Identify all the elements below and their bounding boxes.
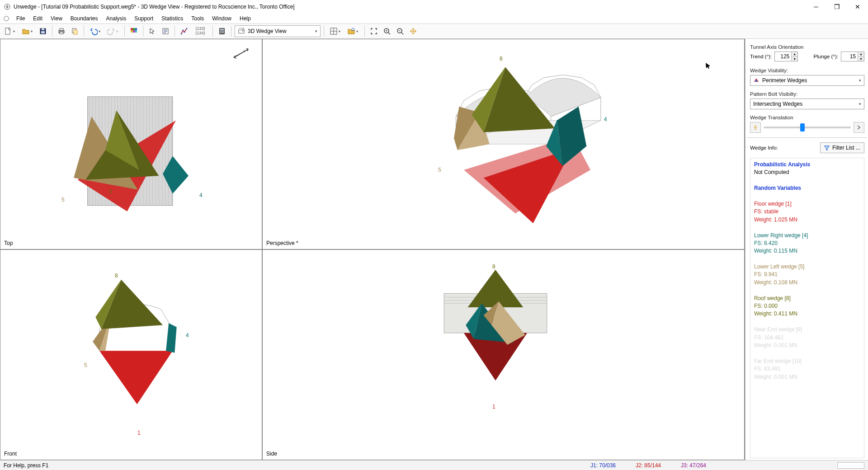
svg-point-21 xyxy=(181,33,182,35)
trend-input[interactable]: ▲▼ xyxy=(774,52,798,61)
cursor-icon xyxy=(704,62,712,70)
svg-rect-31 xyxy=(222,32,222,33)
plunge-down[interactable]: ▼ xyxy=(858,57,864,61)
wedge-visibility-select[interactable]: Perimeter Wedges ▾ xyxy=(750,75,864,86)
info-w1-wt: Weight: 1.025 MN xyxy=(754,216,860,224)
svg-point-23 xyxy=(184,32,185,33)
plunge-label: Plunge (°): xyxy=(814,54,838,59)
zoom-out-button[interactable] xyxy=(394,25,406,37)
info-w9-wt: Weight: 0.001 MN xyxy=(754,342,860,349)
svg-rect-16 xyxy=(135,30,137,33)
svg-rect-2 xyxy=(5,28,10,34)
zoom-in-button[interactable] xyxy=(381,25,393,37)
filter-list-button[interactable]: Filter List ... xyxy=(820,142,864,153)
wedge-label-8f: 8 xyxy=(115,273,118,279)
view-perspective[interactable]: 8 5 4 1 Perspective * xyxy=(262,39,745,249)
translation-max-button[interactable] xyxy=(854,122,864,133)
info-w10-fs: FS: 83.491 xyxy=(754,365,860,373)
display-options-button[interactable]: ▾ xyxy=(345,25,361,37)
svg-rect-26 xyxy=(220,29,224,30)
save-button[interactable] xyxy=(37,25,49,37)
view-side[interactable]: 8 1 Side xyxy=(262,249,745,460)
menu-view[interactable]: View xyxy=(47,14,66,23)
filter-list-label: Filter List ... xyxy=(832,145,860,151)
compass-icon xyxy=(231,44,253,63)
redo-button[interactable]: ▾ xyxy=(105,25,121,37)
menu-analysis[interactable]: Analysis xyxy=(103,14,130,23)
status-j3: J3: 47/264 xyxy=(671,462,716,469)
svg-point-24 xyxy=(186,28,188,29)
menu-tools[interactable]: Tools xyxy=(188,14,208,23)
svg-point-22 xyxy=(183,30,184,31)
filter-icon xyxy=(824,145,830,150)
view-top[interactable]: 5 8 4 Top xyxy=(0,39,262,249)
menu-support[interactable]: Support xyxy=(131,14,157,23)
pan-button[interactable] xyxy=(407,25,419,37)
svg-line-43 xyxy=(401,33,403,34)
wedges-icon xyxy=(753,77,760,84)
menu-help[interactable]: Help xyxy=(236,14,255,23)
wedge-label-4p: 4 xyxy=(604,116,607,122)
print-button[interactable] xyxy=(56,25,67,37)
plunge-input[interactable]: ▲▼ xyxy=(841,52,864,61)
view-selector[interactable]: 3D Wedge View ▾ xyxy=(235,25,321,37)
wedge-label-8p: 8 xyxy=(500,56,503,62)
info-w1-t: Floor wedge [1] xyxy=(754,200,860,208)
pattern-bolt-select[interactable]: Intersecting Wedges ▾ xyxy=(750,99,864,109)
joint-count-button[interactable]: (133)(134) xyxy=(191,25,209,37)
new-file-button[interactable]: ▾ xyxy=(2,25,18,37)
menu-window[interactable]: Window xyxy=(208,14,235,23)
svg-rect-33 xyxy=(239,30,244,33)
svg-marker-69 xyxy=(166,323,177,353)
menu-boundaries[interactable]: Boundaries xyxy=(67,14,102,23)
trend-label: Trend (°): xyxy=(750,54,772,59)
trend-value[interactable] xyxy=(775,53,791,60)
grid-colors-button[interactable] xyxy=(128,25,140,37)
menu-file[interactable]: File xyxy=(13,14,28,23)
info-w4-fs: FS: 8.420 xyxy=(754,240,860,247)
view-front[interactable]: 8 5 4 1 Front xyxy=(0,249,262,460)
project-settings-button[interactable] xyxy=(160,25,171,37)
info-w10-t: Far End wedge [10] xyxy=(754,357,860,365)
svg-rect-18 xyxy=(164,29,167,30)
maximize-button[interactable]: ❐ xyxy=(826,0,847,14)
input-data-button[interactable] xyxy=(178,25,190,37)
wedge-info-title: Wedge Info: xyxy=(750,145,778,150)
open-file-button[interactable]: ▾ xyxy=(19,25,36,37)
trend-up[interactable]: ▲ xyxy=(791,52,797,57)
svg-rect-5 xyxy=(41,31,45,33)
svg-marker-77 xyxy=(468,270,524,307)
status-j1: J1: 70/036 xyxy=(580,462,626,469)
select-tool-button[interactable] xyxy=(146,25,158,37)
translation-reset-button[interactable] xyxy=(750,122,761,133)
menu-edit[interactable]: Edit xyxy=(29,14,46,23)
tunnel-axis-title: Tunnel Axis Orientation xyxy=(750,44,864,50)
translation-thumb[interactable] xyxy=(800,123,805,132)
info-w5-fs: FS: 9.941 xyxy=(754,271,860,278)
plunge-value[interactable] xyxy=(841,53,858,60)
svg-rect-13 xyxy=(135,28,137,30)
wedge-label-1f: 1 xyxy=(137,430,141,436)
copy-button[interactable] xyxy=(69,25,80,37)
wedge-info-box[interactable]: Probabilistic Analysis Not Computed Rand… xyxy=(750,158,864,458)
title-bar: Unwedge - [Tutorial 09 Probabilistic Sup… xyxy=(0,0,868,14)
zoom-extents-button[interactable] xyxy=(368,25,380,37)
panes-button[interactable]: ▾ xyxy=(327,25,344,37)
info-w4-t: Lower Right wedge [4] xyxy=(754,232,860,240)
wedge-translation-title: Wedge Translation xyxy=(750,115,864,120)
view-label-front: Front xyxy=(4,451,17,457)
svg-rect-19 xyxy=(164,31,167,32)
compute-button[interactable] xyxy=(216,25,228,37)
menu-statistics[interactable]: Statistics xyxy=(158,14,187,23)
minimize-button[interactable]: ─ xyxy=(806,0,826,14)
translation-slider[interactable] xyxy=(764,127,851,128)
svg-rect-28 xyxy=(222,31,222,32)
trend-down[interactable]: ▼ xyxy=(791,57,797,61)
close-button[interactable]: ✕ xyxy=(847,0,868,14)
undo-button[interactable]: ▾ xyxy=(87,25,104,37)
view-label-top: Top xyxy=(4,240,13,246)
svg-line-39 xyxy=(388,33,390,34)
status-j2: J2: 85/144 xyxy=(626,462,671,469)
plunge-up[interactable]: ▲ xyxy=(858,52,864,57)
side-panel: Tunnel Axis Orientation Trend (°): ▲▼ Pl… xyxy=(745,39,868,460)
